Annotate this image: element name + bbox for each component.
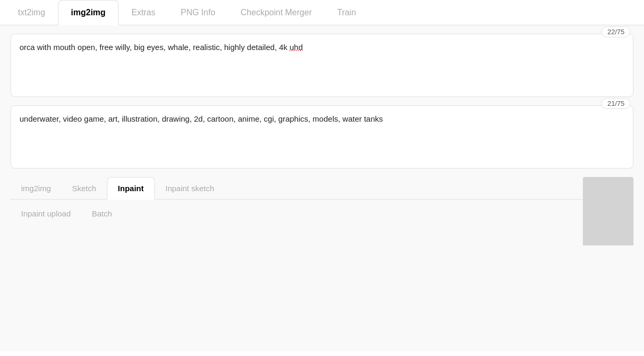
spellcheck-underline: uhd [289,43,303,52]
sub-tab-img2img[interactable]: img2img [11,177,62,199]
negative-prompt-container: 21/75 underwater, video game, art, illus… [11,105,633,169]
sub-tab-sketch[interactable]: Sketch [62,177,107,199]
negative-prompt-box[interactable]: underwater, video game, art, illustratio… [11,105,633,169]
tab-txt2img[interactable]: txt2img [5,1,58,25]
sub-tab-inpaint[interactable]: Inpaint [107,177,155,200]
top-tab-bar: txt2img img2img Extras PNG Info Checkpoi… [0,0,644,25]
sub-tabs-row1: img2img Sketch Inpaint Inpaint sketch [11,177,583,200]
negative-token-count: 21/75 [601,98,630,109]
tab-checkpoint-merger[interactable]: Checkpoint Merger [228,1,325,25]
sub-tab-inpaint-upload[interactable]: Inpaint upload [11,204,81,223]
tab-train[interactable]: Train [325,1,369,25]
tab-img2img[interactable]: img2img [58,0,119,25]
sub-tabs-wrapper: img2img Sketch Inpaint Inpaint sketch In… [11,177,633,245]
bottom-section: img2img Sketch Inpaint Inpaint sketch In… [11,177,633,245]
bottom-left: img2img Sketch Inpaint Inpaint sketch In… [11,177,583,245]
positive-prompt-container: 22/75 orca with mouth open, free willy, … [11,34,633,97]
sub-tabs-row2: Inpaint upload Batch [11,200,583,223]
positive-token-count: 22/75 [601,26,630,37]
sub-tab-batch[interactable]: Batch [81,204,122,223]
tab-png-info[interactable]: PNG Info [168,1,228,25]
tab-extras[interactable]: Extras [119,1,168,25]
main-content: 22/75 orca with mouth open, free willy, … [0,25,644,351]
positive-prompt-box[interactable]: orca with mouth open, free willy, big ey… [11,34,633,97]
right-panel [583,177,633,245]
sub-tab-inpaint-sketch[interactable]: Inpaint sketch [155,177,225,199]
